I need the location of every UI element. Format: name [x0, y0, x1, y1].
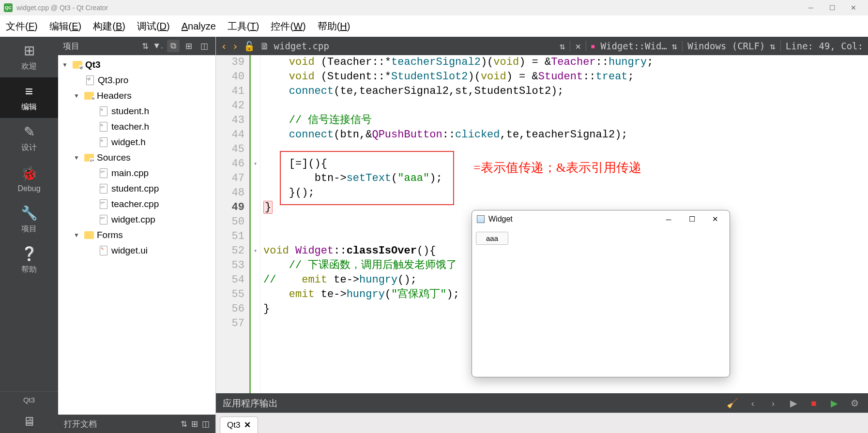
tree-file-widget-cpp[interactable]: c+ widget.cpp [58, 212, 215, 227]
menu-help[interactable]: 帮助(H) [318, 20, 350, 33]
menu-widgets[interactable]: 控件(W) [271, 20, 305, 33]
chevron-down-icon: ▼ [74, 232, 81, 239]
nav-back-button[interactable]: ‹ [221, 40, 227, 52]
file-ui-icon: ✎ [100, 246, 107, 255]
menu-build[interactable]: 构建(B) [93, 20, 125, 33]
nav-forward-button[interactable]: › [232, 40, 238, 52]
open-documents-bar[interactable]: 打开文档 ⇅ ⊞ ◫ [58, 415, 215, 433]
diamond-icon: ◆ [589, 41, 598, 51]
close-editor-button[interactable]: ✕ [575, 41, 580, 51]
project-selector[interactable]: 项目 [63, 41, 139, 52]
mode-bar: ⊞ 欢迎 ≡ 编辑 ✎ 设计 🐞 Debug 🔧 项目 ❔ 帮助 Qt3 🖥 [0, 37, 58, 433]
project-panel: 项目 ⇅ ▼. ⧉ ⊞ ◫ ▼ qt Qt3 qt Qt3.pro ▼ h He… [58, 37, 216, 433]
monitor-icon: 🖥 [23, 414, 35, 429]
current-file-label[interactable]: widget.cpp [274, 41, 329, 51]
tree-folder-forms[interactable]: ▼ Forms [58, 227, 215, 243]
editor-toolbar: ‹ › 🔓 🗎 widget.cpp ⇅ ✕ ◆ Widget::Wid… ⇅ … [216, 37, 868, 55]
edit-icon: ≡ [25, 84, 33, 99]
output-tab-qt3[interactable]: Qt3 ✕ [220, 417, 258, 433]
tree-file-student-cpp[interactable]: c+ student.cpp [58, 181, 215, 196]
question-icon: ❔ [21, 246, 38, 262]
file-cpp-icon: c+ [100, 168, 107, 178]
maximize-button[interactable]: ☐ [822, 1, 843, 15]
output-title[interactable]: 应用程序输出 [223, 397, 719, 410]
folder-icon: qt [73, 61, 82, 69]
tree-file-teacher-cpp[interactable]: c+ teacher.cpp [58, 196, 215, 212]
updown-icon[interactable]: ⇅ [142, 41, 149, 51]
menu-edit[interactable]: 编辑(E) [49, 20, 82, 33]
menu-file[interactable]: 文件(F) [6, 20, 38, 33]
play-icon[interactable]: ▶ [787, 397, 800, 410]
tree-file-teacher-h[interactable]: h teacher.h [58, 119, 215, 134]
tree-file-widget-h[interactable]: h widget.h [58, 134, 215, 150]
project-toolbar: 项目 ⇅ ▼. ⧉ ⊞ ◫ [58, 37, 215, 55]
tree-file-student-h[interactable]: h student.h [58, 104, 215, 119]
clear-icon[interactable]: 🧹 [726, 397, 739, 410]
output-pane-header: 应用程序输出 🧹 ‹ › ▶ ■ ▶ ⚙ [216, 393, 868, 413]
split-icon[interactable]: ◫ [198, 40, 211, 52]
menu-debug[interactable]: 调试(D) [137, 20, 170, 33]
mode-design[interactable]: ✎ 设计 [0, 118, 58, 159]
pencil-icon: ✎ [24, 124, 35, 140]
lock-icon[interactable]: 🔓 [244, 41, 255, 52]
chevron-down-icon: ▼ [74, 154, 81, 161]
filter-icon[interactable]: ▼. [152, 40, 164, 52]
cursor-position[interactable]: Line: 49, Col: [786, 41, 863, 51]
menubar: 文件(F) 编辑(E) 构建(B) 调试(D) Analyze 工具(T) 控件… [0, 15, 868, 37]
tree-root-qt3[interactable]: ▼ qt Qt3 [58, 57, 215, 73]
kit-selector[interactable]: Qt3 [0, 391, 58, 408]
mode-welcome[interactable]: ⊞ 欢迎 [0, 37, 58, 77]
run-button-area[interactable]: 🖥 [0, 410, 58, 433]
tree-file-main-cpp[interactable]: c+ main.cpp [58, 165, 215, 181]
tree-folder-sources[interactable]: ▼ c+ Sources [58, 150, 215, 165]
file-cpp-icon: c+ [100, 215, 107, 224]
chevron-down-icon: ▼ [62, 61, 70, 68]
split-icon[interactable]: ◫ [202, 419, 210, 429]
file-h-icon: h [100, 137, 107, 147]
next-icon[interactable]: › [766, 397, 780, 410]
annotation-text: =表示值传递；&表示引用传递 [473, 161, 641, 175]
aaa-button[interactable]: aaa [476, 232, 508, 245]
popup-body: aaa [472, 228, 730, 377]
popup-maximize-button[interactable]: ☐ [682, 212, 701, 226]
runtime-widget-window[interactable]: Widget ─ ☐ ✕ aaa [472, 210, 730, 377]
close-icon[interactable]: ✕ [244, 420, 251, 430]
menu-tools[interactable]: 工具(T) [228, 20, 259, 33]
updown-icon[interactable]: ⇅ [672, 41, 677, 51]
popup-close-button[interactable]: ✕ [705, 212, 725, 226]
tree-file-pro[interactable]: qt Qt3.pro [58, 73, 215, 88]
close-button[interactable]: ✕ [843, 1, 864, 15]
tree-folder-headers[interactable]: ▼ h Headers [58, 88, 215, 104]
line-number-gutter: 394041 424344 454647 484950 515253 54555… [216, 55, 251, 393]
fold-column: ▾ ▾ [251, 55, 260, 393]
minimize-button[interactable]: ─ [800, 1, 822, 15]
stop-icon[interactable]: ■ [807, 397, 821, 410]
grid-icon: ⊞ [24, 43, 35, 59]
link-icon[interactable]: ⧉ [167, 40, 180, 52]
folder-icon [84, 231, 94, 239]
popup-minimize-button[interactable]: ─ [659, 212, 678, 226]
updown-icon[interactable]: ⇅ [770, 41, 775, 51]
run-icon[interactable]: ▶ [827, 397, 841, 410]
file-cpp-icon: c+ [100, 199, 107, 209]
popup-titlebar[interactable]: Widget ─ ☐ ✕ [472, 210, 730, 228]
file-h-icon: h [100, 122, 107, 132]
window-title: widget.cpp @ Qt3 - Qt Creator [16, 4, 108, 12]
mode-edit[interactable]: ≡ 编辑 [0, 77, 58, 118]
mode-help[interactable]: ❔ 帮助 [0, 240, 58, 281]
output-tab-strip: Qt3 ✕ [216, 413, 868, 433]
add-icon[interactable]: ⊞ [191, 419, 198, 429]
folder-icon: h [84, 92, 94, 100]
mode-project[interactable]: 🔧 项目 [0, 199, 58, 240]
prev-icon[interactable]: ‹ [746, 397, 760, 410]
add-icon[interactable]: ⊞ [183, 40, 195, 52]
gear-icon[interactable]: ⚙ [848, 397, 861, 410]
symbol-selector[interactable]: Widget::Wid… [601, 41, 667, 51]
encoding-selector[interactable]: Windows (CRLF) [687, 41, 765, 51]
tree-file-widget-ui[interactable]: ✎ widget.ui [58, 243, 215, 258]
chevron-down-icon: ▼ [74, 92, 81, 99]
menu-analyze[interactable]: Analyze [182, 21, 216, 32]
updown-icon[interactable]: ⇅ [560, 41, 565, 51]
mode-debug[interactable]: 🐞 Debug [0, 159, 58, 199]
app-icon: QC [4, 3, 13, 12]
